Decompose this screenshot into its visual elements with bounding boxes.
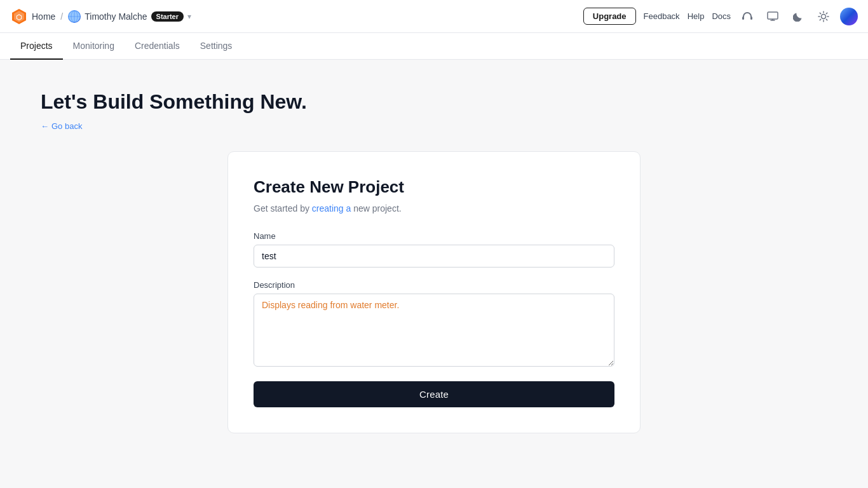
name-input[interactable]	[254, 245, 614, 268]
globe-icon	[68, 10, 81, 23]
header: ⬡ Home / Timothy Malche Starter ▾ Upgrad…	[0, 0, 868, 33]
tab-credentials[interactable]: Credentials	[125, 33, 190, 60]
name-label: Name	[254, 231, 614, 241]
svg-text:⬡: ⬡	[16, 13, 22, 21]
svg-rect-7	[742, 17, 744, 20]
go-back-arrow-icon: ←	[41, 121, 49, 131]
go-back-link[interactable]: ← Go back	[41, 121, 82, 131]
main-content: Let's Build Something New. ← Go back Cre…	[0, 60, 868, 481]
svg-point-12	[822, 14, 826, 18]
form-subtitle: Get started by creating a new project.	[254, 203, 614, 214]
app-logo-icon[interactable]: ⬡	[10, 8, 28, 25]
create-project-card: Create New Project Get started by creati…	[227, 151, 641, 433]
docs-link[interactable]: Docs	[712, 11, 731, 21]
svg-line-20	[820, 19, 820, 20]
description-textarea[interactable]: Displays reading from water meter.	[254, 294, 614, 367]
user-avatar[interactable]	[840, 8, 858, 25]
breadcrumb-separator: /	[60, 11, 63, 22]
nav-tabs: Projects Monitoring Credentials Settings	[0, 33, 868, 60]
home-link[interactable]: Home	[32, 11, 55, 22]
user-name: Timothy Malche	[85, 11, 147, 22]
help-link[interactable]: Help	[688, 11, 705, 21]
go-back-label: Go back	[51, 121, 82, 131]
svg-line-19	[826, 13, 827, 13]
tab-settings[interactable]: Settings	[190, 33, 243, 60]
theme-icon[interactable]	[815, 8, 832, 25]
svg-line-17	[820, 13, 820, 13]
monitor-icon[interactable]	[764, 8, 782, 25]
upgrade-button[interactable]: Upgrade	[583, 8, 636, 25]
user-menu-chevron-icon[interactable]: ▾	[187, 12, 191, 21]
page-title: Let's Build Something New.	[41, 90, 827, 114]
svg-line-18	[826, 19, 827, 20]
form-title: Create New Project	[254, 177, 614, 197]
header-left: ⬡ Home / Timothy Malche Starter ▾	[10, 8, 191, 25]
support-icon[interactable]	[738, 8, 756, 25]
create-button[interactable]: Create	[254, 381, 614, 407]
tab-monitoring[interactable]: Monitoring	[63, 33, 125, 60]
plan-badge: Starter	[151, 11, 184, 22]
tab-projects[interactable]: Projects	[10, 33, 63, 60]
header-right: Upgrade Feedback Help Docs	[583, 8, 858, 25]
dark-mode-icon[interactable]	[789, 8, 807, 25]
svg-rect-8	[750, 17, 752, 20]
feedback-link[interactable]: Feedback	[644, 11, 680, 21]
svg-rect-9	[768, 12, 778, 19]
description-label: Description	[254, 280, 614, 290]
